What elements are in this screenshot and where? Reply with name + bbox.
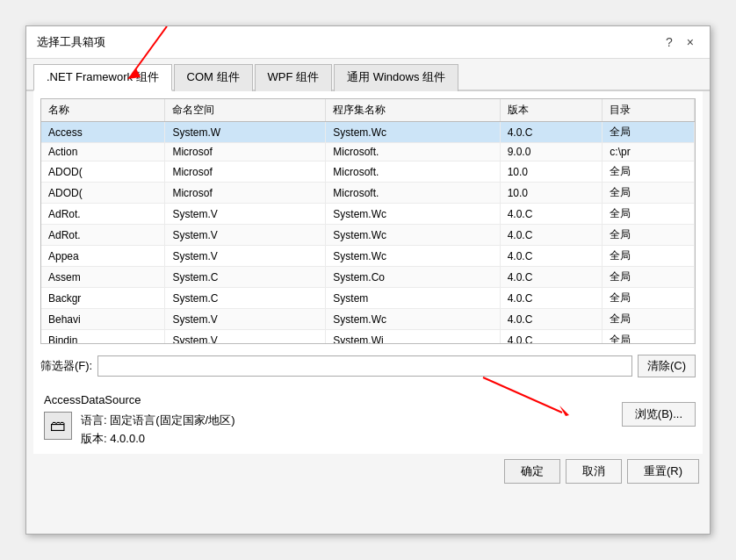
table-row[interactable]: AssemSystem.CSystem.Co4.0.C全局 xyxy=(41,267,695,288)
filter-input[interactable] xyxy=(97,355,632,377)
language-label: 语言: xyxy=(81,413,107,427)
dialog-title: 选择工具箱项 xyxy=(37,34,105,50)
col-dir: 目录 xyxy=(603,99,695,122)
browse-button[interactable]: 浏览(B)... xyxy=(622,402,696,427)
table-row[interactable]: BehaviSystem.VSystem.Wc4.0.C全局 xyxy=(41,309,695,330)
col-namespace: 命名空间 xyxy=(165,99,326,122)
table-row[interactable]: ADOD(MicrosofMicrosoft.10.0全局 xyxy=(41,162,695,183)
filter-row: 筛选器(F): 清除(C) xyxy=(40,351,696,381)
filter-clear-button[interactable]: 清除(C) xyxy=(638,355,696,377)
component-name-label: AccessDataSource xyxy=(44,393,618,406)
col-version: 版本 xyxy=(500,99,603,122)
version-label: 版本: xyxy=(81,432,107,445)
table-row[interactable]: AdRot.System.VSystem.Wc4.0.C全局 xyxy=(41,225,695,246)
table-row[interactable]: AppeaSystem.VSystem.Wc4.0.C全局 xyxy=(41,246,695,267)
bottom-buttons: 确定 取消 重置(R) xyxy=(26,454,710,492)
table-row[interactable]: AccessSystem.WSystem.Wc4.0.C全局 xyxy=(41,122,695,143)
close-button[interactable]: × xyxy=(682,33,699,51)
info-text: 语言: 固定语言(固定国家/地区) 版本: 4.0.0.0 xyxy=(81,412,235,449)
version-value: 4.0.0.0 xyxy=(110,432,145,445)
title-controls: ? × xyxy=(660,33,699,51)
reset-button[interactable]: 重置(R) xyxy=(627,459,699,484)
tab-dotnet[interactable]: .NET Framework 组件 xyxy=(33,64,172,91)
col-assembly: 程序集名称 xyxy=(326,99,500,122)
tab-win[interactable]: 通用 Windows 组件 xyxy=(334,64,458,91)
info-section: AccessDataSource 🗃 语言: 固定语言(固定国家/地区) 版本:… xyxy=(40,388,622,454)
help-button[interactable]: ? xyxy=(660,33,678,51)
tabs-bar: .NET Framework 组件 COM 组件 WPF 组件 通用 Windo… xyxy=(26,59,710,91)
table-row[interactable]: AdRot.System.VSystem.Wc4.0.C全局 xyxy=(41,204,695,225)
tab-com[interactable]: COM 组件 xyxy=(174,64,253,91)
version-line: 版本: 4.0.0.0 xyxy=(81,430,235,449)
component-table[interactable]: 名称 命名空间 程序集名称 版本 目录 AccessSystem.WSystem… xyxy=(40,98,696,344)
dialog: 选择工具箱项 ? × .NET Framework 组件 COM 组件 WPF … xyxy=(25,25,711,535)
table-row[interactable]: ADOD(MicrosofMicrosoft.10.0全局 xyxy=(41,183,695,204)
ok-button[interactable]: 确定 xyxy=(504,459,560,484)
language-line: 语言: 固定语言(固定国家/地区) xyxy=(81,412,235,430)
filter-label: 筛选器(F): xyxy=(40,358,92,374)
title-bar: 选择工具箱项 ? × xyxy=(26,26,710,59)
cancel-button[interactable]: 取消 xyxy=(566,459,622,484)
component-icon: 🗃 xyxy=(44,412,72,440)
table-row[interactable]: ActionMicrosofMicrosoft.9.0.0c:\pr xyxy=(41,143,695,162)
info-detail: 🗃 语言: 固定语言(固定国家/地区) 版本: 4.0.0.0 xyxy=(44,412,618,449)
language-value: 固定语言(固定国家/地区) xyxy=(110,413,235,427)
tab-wpf[interactable]: WPF 组件 xyxy=(255,64,333,91)
table-row[interactable]: BindinSystem.VSystem.Wi4.0.C全局 xyxy=(41,330,695,345)
table-row[interactable]: BackgrSystem.CSystem4.0.C全局 xyxy=(41,288,695,309)
col-name: 名称 xyxy=(41,99,165,122)
